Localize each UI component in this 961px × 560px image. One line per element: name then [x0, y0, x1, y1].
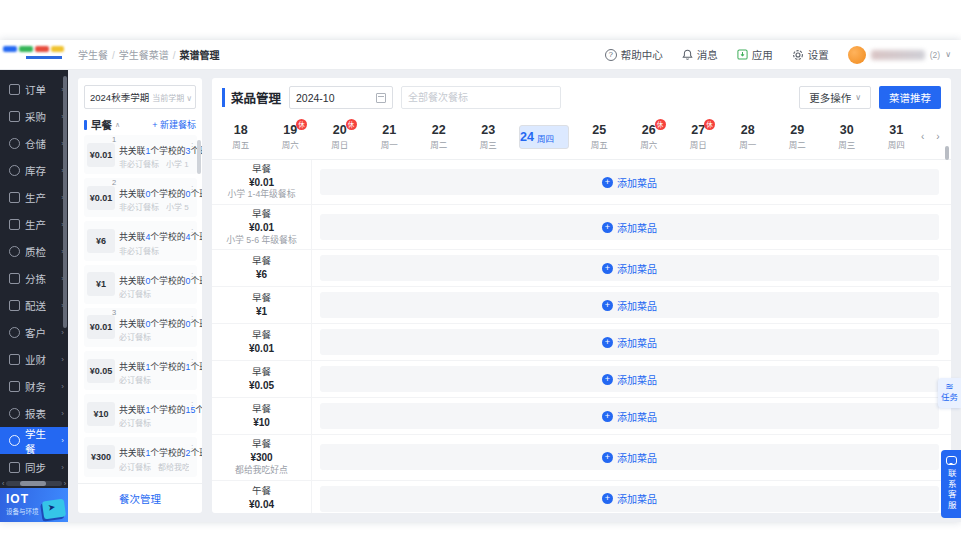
breakfast-section-header: 早餐 ∧ + 新建餐标 [78, 114, 202, 135]
contact-service-fab[interactable]: 联系客服 [941, 450, 961, 518]
date-cell-30[interactable]: 30周三 [822, 121, 872, 150]
sidebar-item-reports[interactable]: 报表› [0, 400, 68, 427]
add-dish-button[interactable]: +添加菜品 [602, 175, 657, 190]
meal-standard-card[interactable]: ¥6 共关联4个学校的4个班级 非必订餐标 ⋮ [84, 221, 197, 260]
sidebar-item-label: 采购 [25, 109, 46, 124]
breadcrumb-item[interactable]: 学生餐 [78, 50, 108, 61]
date-weekday: 周三 [464, 138, 514, 150]
date-cell-22[interactable]: 22周二 [414, 121, 464, 150]
sidebar-item-business-finance[interactable]: 业财› [0, 346, 68, 373]
shield-icon [9, 246, 20, 257]
new-meal-standard-link[interactable]: + 新建餐标 [152, 118, 196, 131]
kebab-menu-icon[interactable]: ⋮ [188, 401, 196, 410]
date-cell-20[interactable]: 休20周日 [315, 121, 365, 150]
scroll-left-arrow[interactable]: ‹ [2, 480, 4, 487]
kebab-menu-icon[interactable]: ⋮ [188, 315, 196, 324]
apps-button[interactable]: 应用 [737, 47, 773, 62]
date-cell-18[interactable]: 18周五 [216, 121, 266, 150]
date-cell-27[interactable]: 休27周日 [674, 121, 724, 150]
help-center-button[interactable]: ? 帮助中心 [605, 47, 663, 62]
cloud-icon [9, 435, 20, 446]
date-cell-23[interactable]: 23周三 [464, 121, 514, 150]
sidebar-item-finance[interactable]: 财务› [0, 373, 68, 400]
date-cell-28[interactable]: 28周一 [723, 121, 773, 150]
date-number: 20 [315, 123, 365, 137]
month-picker[interactable]: 2024-10 [289, 86, 393, 109]
kebab-menu-icon[interactable]: ⋮ [188, 272, 196, 281]
meal-standard-card[interactable]: ¥10 共关联1个学校的15个班级 必订餐标 ⋮ [84, 394, 197, 433]
sidebar-item-storage[interactable]: 仓储› [0, 130, 68, 157]
meal-standard-card[interactable]: 1 ¥0.01 共关联1个学校的3个班级 非必订餐标小学 1-4年... ⋮ [84, 135, 197, 174]
meal-time-manage-button[interactable]: 餐次管理 [78, 483, 202, 513]
card-corner-number: 2 [112, 178, 116, 187]
add-dish-label: 添加菜品 [617, 491, 657, 506]
add-dish-button[interactable]: +添加菜品 [602, 409, 657, 424]
sidebar-item-orders[interactable]: 订单› [0, 76, 68, 103]
messages-button[interactable]: 消息 [682, 47, 718, 62]
recipe-recommend-button[interactable]: 菜谱推荐 [879, 86, 941, 109]
semester-select[interactable]: 2024秋季学期 当前学期 ∨ [84, 85, 196, 109]
breadcrumb-item[interactable]: 学生餐菜谱 [119, 50, 169, 61]
add-dish-button[interactable]: +添加菜品 [602, 491, 657, 506]
more-actions-button[interactable]: 更多操作 ∨ [799, 86, 871, 109]
date-cell-24-selected[interactable]: 24周四 [519, 125, 569, 149]
meal-name: 早餐 [252, 329, 271, 342]
user-menu[interactable]: (2) ∨ [848, 46, 951, 64]
date-cell-26[interactable]: 休26周六 [624, 121, 674, 150]
date-cell-21[interactable]: 21周一 [365, 121, 415, 150]
grid-scrollbar[interactable] [945, 146, 949, 160]
kebab-menu-icon[interactable]: ⋮ [188, 185, 196, 194]
meal-standard-card[interactable]: ¥300 共关联1个学校的2个班级 必订餐标都给我吃好点 ⋮ [84, 437, 197, 476]
price-badge: ¥0.01 [87, 143, 115, 167]
sidenav-scrollbar[interactable] [63, 76, 67, 328]
next-week-arrow[interactable]: › [936, 131, 939, 142]
kebab-menu-icon[interactable]: ⋮ [188, 358, 196, 367]
settings-button[interactable]: 设置 [792, 47, 829, 62]
date-weekday: 周日 [315, 138, 365, 150]
hscroll-thumb[interactable] [20, 481, 46, 486]
logo-stripe-blue [3, 46, 17, 52]
add-dish-button[interactable]: +添加菜品 [602, 220, 657, 235]
sidebar-item-production[interactable]: 生产› [0, 184, 68, 211]
section-accent-bar [84, 120, 87, 130]
add-dish-button[interactable]: +添加菜品 [602, 261, 657, 276]
meal-standard-card[interactable]: 3 ¥0.01 共关联0个学校的0个班级 必订餐标 ⋮ [84, 308, 197, 347]
prev-week-arrow[interactable]: ‹ [921, 131, 924, 142]
kebab-menu-icon[interactable]: ⋮ [188, 444, 196, 453]
iot-banner[interactable]: IOT 设备与环境 [0, 488, 68, 522]
add-dish-button[interactable]: +添加菜品 [602, 450, 657, 465]
date-cell-25[interactable]: 25周五 [575, 121, 625, 150]
sidebar-item-sync[interactable]: 同步› [0, 454, 68, 481]
kebab-menu-icon[interactable]: ⋮ [188, 142, 196, 151]
sidebar-item-student-meal[interactable]: 学生餐› [0, 427, 68, 454]
kebab-menu-icon[interactable]: ⋮ [188, 228, 196, 237]
meal-filter-input[interactable] [401, 86, 561, 109]
sidebar-item-purchase[interactable]: 采购› [0, 103, 68, 130]
sidebar-item-inventory[interactable]: 库存› [0, 157, 68, 184]
date-cell-19[interactable]: 休19周六 [266, 121, 316, 150]
sidebar-item-delivery[interactable]: 配送› [0, 292, 68, 319]
breadcrumb-separator: / [173, 50, 176, 61]
sidebar-item-label: 同步 [25, 460, 46, 475]
date-cell-29[interactable]: 29周二 [773, 121, 823, 150]
meal-name: 早餐 [252, 292, 271, 305]
panel-scrollbar[interactable] [197, 140, 201, 174]
date-cell-31[interactable]: 31周四 [872, 121, 922, 150]
add-dish-button[interactable]: +添加菜品 [602, 372, 657, 387]
chevron-up-icon[interactable]: ∧ [115, 121, 120, 129]
meal-standard-card[interactable]: ¥1 共关联0个学校的0个班级 必订餐标 ⋮ [84, 265, 197, 304]
add-dish-button[interactable]: +添加菜品 [602, 335, 657, 350]
meal-standard-card[interactable]: ¥0.05 共关联1个学校的1个班级 必订餐标 ⋮ [84, 351, 197, 390]
sidebar-item-customers[interactable]: 客户› [0, 319, 68, 346]
sidebar-item-production-2[interactable]: 生产› [0, 211, 68, 238]
sidebar-item-sorting[interactable]: 分拣› [0, 265, 68, 292]
task-fab[interactable]: ≋ 任务 [938, 378, 961, 408]
brand-logo [0, 40, 70, 69]
add-dish-button[interactable]: +添加菜品 [602, 298, 657, 313]
scroll-right-arrow[interactable]: › [64, 480, 66, 487]
meal-standard-card[interactable]: 2 ¥0.01 共关联0个学校的0个班级 非必订餐标小学 5-6... ⋮ [84, 178, 197, 217]
iot-device-graphic [42, 499, 66, 520]
sidebar-item-quality[interactable]: 质检› [0, 238, 68, 265]
add-dish-label: 添加菜品 [617, 261, 657, 276]
sidenav-hscrollbar[interactable]: ‹ › [0, 478, 68, 488]
